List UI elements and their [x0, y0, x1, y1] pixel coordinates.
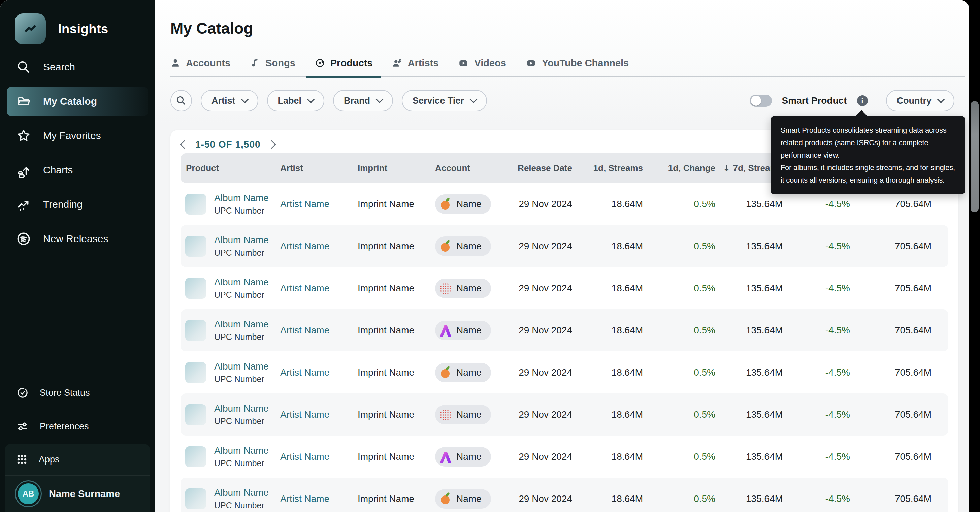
upc-number: UPC Number [214, 458, 269, 468]
table-row[interactable]: Album NameUPC NumberArtist NameImprint N… [180, 478, 948, 512]
filter-brand[interactable]: Brand [333, 90, 393, 111]
sidebar-item-label: Trending [43, 199, 83, 210]
chevron-down-icon [937, 95, 945, 103]
page-scrollbar-thumb[interactable] [970, 101, 978, 212]
account-name: Name [456, 493, 482, 504]
tooltip-line: related products (same ISRCs) for a comp… [781, 137, 955, 149]
tab-products[interactable]: Products [315, 50, 373, 76]
album-name-link[interactable]: Album Name [214, 193, 269, 204]
next-page-icon[interactable] [267, 140, 276, 149]
table-row[interactable]: Album NameUPC NumberArtist NameImprint N… [180, 393, 948, 436]
column-header-product[interactable]: Product [180, 163, 275, 173]
column-header-account[interactable]: Account [430, 163, 509, 173]
artist-name-link[interactable]: Artist Name [275, 367, 352, 378]
account-chip[interactable]: Name [435, 489, 491, 509]
sidebar-item-my-favorites[interactable]: My Favorites [0, 119, 155, 153]
7d-change: -4.5% [787, 241, 854, 251]
insights-logo-icon [15, 13, 46, 45]
filter-service-tier[interactable]: Service Tier [402, 90, 487, 111]
account-name: Name [456, 409, 482, 420]
artist-name-link[interactable]: Artist Name [275, 283, 352, 294]
sidebar-item-preferences[interactable]: Preferences [0, 410, 155, 443]
sidebar-item-new-releases[interactable]: New Releases [0, 222, 155, 256]
smart-product-toggle[interactable] [750, 95, 772, 107]
app-title: Insights [58, 22, 108, 37]
info-icon[interactable]: i [857, 95, 868, 106]
search-icon [175, 95, 187, 107]
releases-icon [16, 231, 32, 246]
album-name-link[interactable]: Album Name [214, 361, 269, 372]
artist-name-link[interactable]: Artist Name [275, 452, 352, 462]
upc-number: UPC Number [214, 248, 269, 258]
account-cell: Name [430, 237, 509, 256]
sort-desc-icon: ↓ [723, 163, 730, 173]
table-row[interactable]: Album NameUPC NumberArtist NameImprint N… [180, 436, 948, 478]
search-button[interactable] [170, 90, 192, 111]
sidebar-item-label: Search [43, 61, 75, 73]
column-header-artist[interactable]: Artist [275, 163, 352, 173]
album-art-thumbnail [185, 446, 206, 467]
total-streams: 705.64M [854, 409, 948, 420]
album-name-link[interactable]: Album Name [214, 445, 269, 456]
artist-name-link[interactable]: Artist Name [275, 325, 352, 336]
prev-page-icon[interactable] [180, 140, 188, 149]
imprint-name: Imprint Name [352, 493, 430, 504]
tab-label: Products [330, 57, 373, 69]
column-header-imprint[interactable]: Imprint [352, 163, 430, 173]
tab-artists[interactable]: Artists [392, 50, 439, 76]
table-row[interactable]: Album NameUPC NumberArtist NameImprint N… [180, 267, 948, 309]
store-status-icon [16, 386, 30, 399]
total-streams: 705.64M [854, 283, 948, 294]
column-header-release-date[interactable]: Release Date [509, 163, 576, 173]
sidebar-item-charts[interactable]: Charts [0, 153, 155, 187]
artist-name-link[interactable]: Artist Name [275, 241, 352, 251]
account-chip[interactable]: Name [435, 447, 491, 466]
tab-youtube-channels[interactable]: YouTube Channels [526, 50, 629, 76]
album-name-link[interactable]: Album Name [214, 235, 269, 246]
album-name-link[interactable]: Album Name [214, 403, 269, 414]
account-chip[interactable]: Name [435, 194, 491, 214]
tab-accounts[interactable]: Accounts [170, 50, 230, 76]
release-date: 29 Nov 2024 [509, 199, 576, 210]
apps-button[interactable]: Apps [5, 444, 150, 475]
sidebar-item-trending[interactable]: Trending [0, 187, 155, 222]
filter-label: Service Tier [412, 95, 464, 106]
album-art-thumbnail [185, 320, 206, 341]
column-header-1d-streams[interactable]: 1d, Streams [576, 163, 647, 173]
sidebar-item-store-status[interactable]: Store Status [0, 376, 155, 410]
table-row[interactable]: Album NameUPC NumberArtist NameImprint N… [180, 351, 948, 393]
tab-videos[interactable]: Videos [458, 50, 506, 76]
sidebar-item-my-catalog[interactable]: My Catalog [7, 87, 148, 116]
album-name-link[interactable]: Album Name [214, 277, 269, 288]
7d-streams: 135.64M [719, 367, 787, 378]
table-row[interactable]: Album NameUPC NumberArtist NameImprint N… [180, 225, 948, 267]
country-filter[interactable]: Country [886, 90, 955, 111]
album-name-link[interactable]: Album Name [214, 487, 269, 498]
account-chip[interactable]: Name [435, 363, 491, 382]
imprint-name: Imprint Name [352, 199, 430, 210]
imprint-name: Imprint Name [352, 367, 430, 378]
country-filter-label: Country [897, 95, 932, 106]
account-chip[interactable]: Name [435, 278, 491, 298]
sidebar-item-label: New Releases [43, 233, 108, 245]
album-art-thumbnail [185, 362, 206, 383]
tooltip-line: performance view. [781, 149, 955, 161]
artist-name-link[interactable]: Artist Name [275, 409, 352, 420]
account-tangerine-logo-icon [440, 240, 451, 252]
1d-change: 0.5% [647, 241, 719, 251]
table-row[interactable]: Album NameUPC NumberArtist NameImprint N… [180, 309, 948, 351]
account-chip[interactable]: Name [435, 321, 491, 340]
sidebar-item-search[interactable]: Search [0, 50, 155, 84]
artist-name-link[interactable]: Artist Name [275, 493, 352, 504]
tab-songs[interactable]: Songs [250, 50, 295, 76]
filter-artist[interactable]: Artist [201, 90, 258, 111]
artist-name-link[interactable]: Artist Name [275, 199, 352, 210]
account-chip[interactable]: Name [435, 405, 491, 425]
filter-label[interactable]: Label [267, 90, 325, 111]
account-chip[interactable]: Name [435, 237, 491, 256]
product-cell: Album NameUPC Number [180, 193, 275, 216]
column-header-1d-change[interactable]: 1d, Change [647, 163, 719, 173]
album-name-link[interactable]: Album Name [214, 319, 269, 330]
product-cell: Album NameUPC Number [180, 235, 275, 258]
user-menu[interactable]: AB Name Surname [5, 475, 150, 512]
